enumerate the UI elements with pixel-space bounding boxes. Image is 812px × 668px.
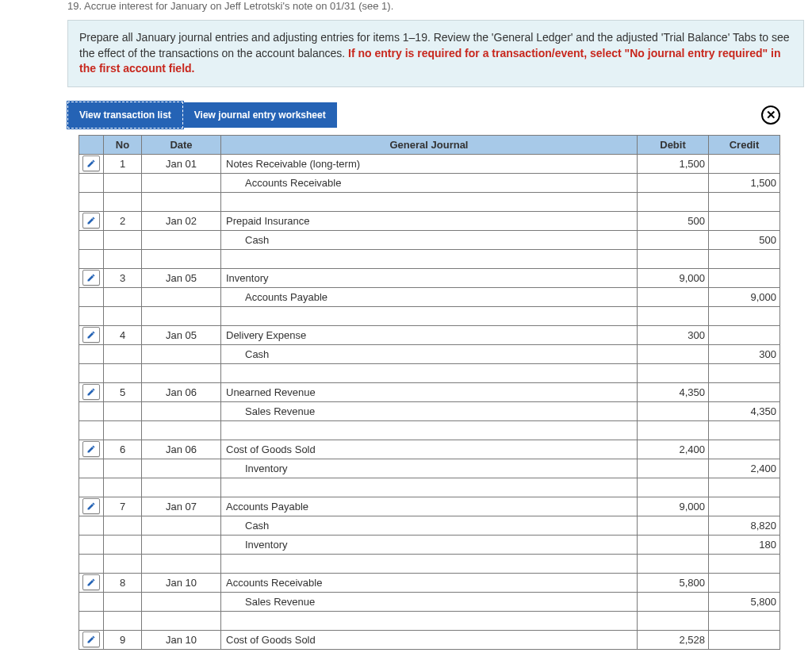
cell-debit[interactable] [638, 535, 709, 554]
cell-debit[interactable]: 300 [638, 325, 709, 344]
cell-account[interactable]: Prepaid Insurance [221, 211, 638, 230]
cell-blank [709, 249, 780, 268]
cell-credit[interactable]: 180 [709, 535, 780, 554]
cell-debit[interactable]: 1,500 [638, 154, 709, 173]
cell-credit[interactable] [709, 268, 780, 287]
cell-blank [142, 363, 221, 382]
cell-account[interactable]: Delivery Expense [221, 325, 638, 344]
edit-entry-button[interactable] [82, 213, 100, 228]
cell-no [104, 535, 142, 554]
cell-credit[interactable]: 300 [709, 344, 780, 363]
cell-debit[interactable]: 4,350 [638, 382, 709, 401]
cell-date: Jan 02 [142, 211, 221, 230]
cell-credit[interactable] [709, 154, 780, 173]
edit-entry-button[interactable] [82, 574, 100, 590]
cell-edit [79, 630, 104, 649]
cell-debit[interactable]: 9,000 [638, 268, 709, 287]
cell-debit[interactable] [638, 344, 709, 363]
cell-account[interactable]: Cash [221, 516, 638, 535]
cell-account[interactable]: Notes Receivable (long-term) [221, 154, 638, 173]
cell-debit[interactable] [638, 401, 709, 420]
cell-account[interactable]: Accounts Payable [221, 497, 638, 516]
cell-date: Jan 05 [142, 268, 221, 287]
cell-debit[interactable]: 9,000 [638, 497, 709, 516]
tab-view-transaction-list[interactable]: View transaction list [67, 102, 183, 129]
cell-account[interactable]: Cash [221, 230, 638, 249]
cell-debit[interactable] [638, 459, 709, 478]
cell-blank [142, 306, 221, 325]
cell-account[interactable]: Accounts Receivable [221, 173, 638, 192]
cell-blank [79, 478, 104, 497]
edit-entry-button[interactable] [82, 498, 100, 514]
cell-account[interactable]: Cost of Goods Sold [221, 630, 638, 649]
cell-credit[interactable]: 2,400 [709, 459, 780, 478]
cell-blank [221, 192, 638, 211]
pencil-icon [86, 578, 96, 587]
journal-table-wrap: No Date General Journal Debit Credit 1Ja… [79, 135, 780, 650]
cell-credit[interactable] [709, 382, 780, 401]
cell-blank [104, 249, 142, 268]
edit-entry-button[interactable] [82, 441, 100, 457]
cell-blank [221, 611, 638, 630]
table-row: Inventory180 [79, 535, 780, 554]
cell-account[interactable]: Inventory [221, 268, 638, 287]
pencil-icon [86, 635, 96, 644]
cell-credit[interactable]: 4,350 [709, 401, 780, 420]
cell-debit[interactable]: 500 [638, 211, 709, 230]
cell-no: 7 [104, 497, 142, 516]
cell-account[interactable]: Cash [221, 344, 638, 363]
cell-blank [104, 611, 142, 630]
cell-account[interactable]: Sales Revenue [221, 592, 638, 611]
edit-entry-button[interactable] [82, 270, 100, 286]
cell-debit[interactable] [638, 230, 709, 249]
main-scroll-area[interactable]: 19. Accrue interest for January on Jeff … [0, 0, 812, 668]
cell-credit[interactable] [709, 630, 780, 649]
cell-credit[interactable] [709, 497, 780, 516]
cell-credit[interactable] [709, 573, 780, 592]
cell-no: 8 [104, 573, 142, 592]
edit-entry-button[interactable] [82, 327, 100, 343]
cell-credit[interactable] [709, 440, 780, 459]
pencil-icon [86, 501, 96, 511]
spacer-row [79, 306, 780, 325]
cell-date [142, 287, 221, 306]
cell-no: 3 [104, 268, 142, 287]
cell-credit[interactable]: 8,820 [709, 516, 780, 535]
cell-account[interactable]: Cost of Goods Sold [221, 440, 638, 459]
tab-view-journal-worksheet[interactable]: View journal entry worksheet [183, 102, 337, 128]
cell-blank [709, 420, 780, 440]
cell-blank [709, 192, 780, 211]
edit-entry-button[interactable] [82, 632, 100, 647]
instruction-box: Prepare all January journal entries and … [67, 20, 804, 87]
cell-edit [79, 459, 104, 478]
cell-credit[interactable]: 5,800 [709, 592, 780, 611]
cell-debit[interactable] [638, 516, 709, 535]
cell-credit[interactable] [709, 325, 780, 344]
cell-account[interactable]: Inventory [221, 535, 638, 554]
cell-account[interactable]: Accounts Receivable [221, 573, 638, 592]
close-icon[interactable]: ✕ [761, 106, 780, 125]
cell-credit[interactable]: 1,500 [709, 173, 780, 192]
cell-debit[interactable] [638, 592, 709, 611]
cell-debit[interactable]: 5,800 [638, 573, 709, 592]
cell-debit[interactable] [638, 287, 709, 306]
cell-credit[interactable]: 500 [709, 230, 780, 249]
cell-account[interactable]: Unearned Revenue [221, 382, 638, 401]
cell-account[interactable]: Sales Revenue [221, 401, 638, 420]
cell-date [142, 230, 221, 249]
cell-debit[interactable]: 2,528 [638, 630, 709, 649]
cell-no [104, 401, 142, 420]
cell-credit[interactable]: 9,000 [709, 287, 780, 306]
edit-entry-button[interactable] [82, 384, 100, 400]
cell-account[interactable]: Accounts Payable [221, 287, 638, 306]
edit-entry-button[interactable] [82, 155, 100, 171]
cell-date: Jan 10 [142, 573, 221, 592]
cell-blank [142, 192, 221, 211]
cell-account[interactable]: Inventory [221, 459, 638, 478]
cell-credit[interactable] [709, 211, 780, 230]
cell-date [142, 401, 221, 420]
table-row: Cash500 [79, 230, 780, 249]
cell-debit[interactable]: 2,400 [638, 440, 709, 459]
cell-debit[interactable] [638, 173, 709, 192]
spacer-row [79, 249, 780, 268]
